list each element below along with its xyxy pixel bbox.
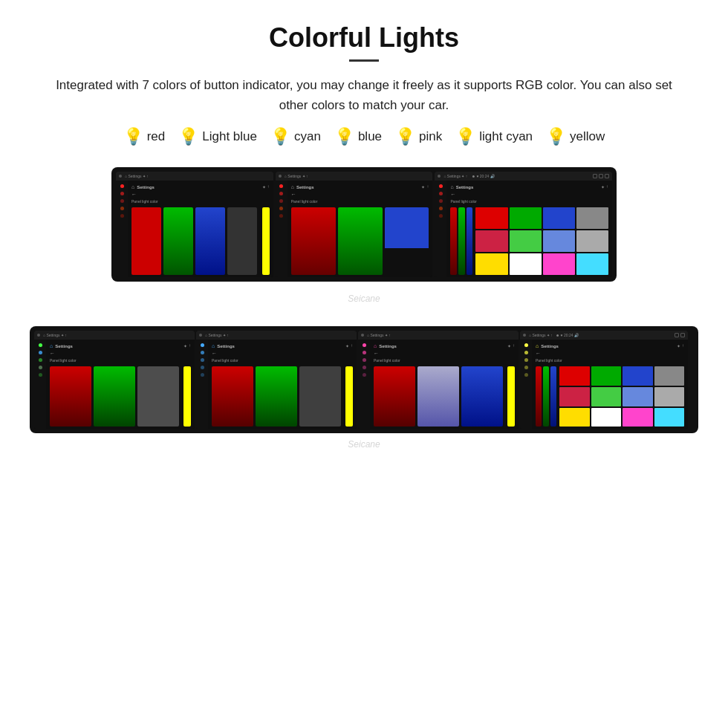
screen3-panel-label: Panel light color — [450, 199, 608, 204]
description-text: Integrated with 7 colors of button indic… — [30, 75, 698, 115]
legend-cyan-label: cyan — [294, 129, 321, 144]
watermark-bottom: Seicane — [30, 439, 698, 450]
bottom-screen-1: ⌂ Settings ✦ ↑ ⌂ Settings ✦↑ — [34, 331, 195, 429]
legend-yellow: 💡 yellow — [546, 129, 605, 145]
screen2-panel-label: Panel light color — [291, 199, 429, 204]
screen1-panel-label: Panel light color — [131, 199, 270, 204]
top-screen-3: ⌂ Settings ✦ ↑ ☻ ♥ 20:24 🔊 — [435, 172, 612, 277]
legend-red-label: red — [147, 129, 166, 144]
bottom-screen-3: ⌂ Settings ✦ ↑ ⌂ Settings ✦↑ — [358, 331, 519, 429]
legend-light-cyan: 💡 light cyan — [455, 129, 533, 145]
legend-cyan: 💡 cyan — [270, 129, 321, 145]
screen2-settings-label: Settings — [296, 185, 314, 189]
top-screen-2: ⌂ Settings ✦ ↑ ⌂ Settings ✦↑ — [276, 172, 433, 277]
page-title: Colorful Lights — [30, 22, 698, 54]
bottom-screen-4: ⌂ Settings ✦ ↑ ☻ ♥ 20:24 🔊 — [520, 331, 688, 429]
pink-bulb-icon: 💡 — [395, 129, 415, 145]
bottom-screen-2: ⌂ Settings ✦ ↑ ⌂ Settings ✦↑ — [196, 331, 357, 429]
title-divider — [349, 59, 379, 62]
legend-light-blue-label: Light blue — [202, 129, 257, 144]
blue-bulb-icon: 💡 — [334, 129, 354, 145]
top-screens-container: ⌂ Settings ✦ ↑ ⌂ Settings ✦↑ — [111, 167, 617, 282]
legend-blue: 💡 blue — [334, 129, 382, 145]
legend-pink: 💡 pink — [395, 129, 442, 145]
legend-pink-label: pink — [419, 129, 442, 144]
watermark-top: Seicane — [30, 294, 698, 304]
screen1-settings-label: Settings — [137, 185, 155, 189]
light-blue-bulb-icon: 💡 — [178, 129, 198, 145]
cyan-bulb-icon: 💡 — [270, 129, 290, 145]
legend-light-cyan-label: light cyan — [479, 129, 533, 144]
screen3-settings-label: Settings — [456, 185, 474, 189]
yellow-bulb-icon: 💡 — [546, 129, 566, 145]
legend-light-blue: 💡 Light blue — [178, 129, 257, 145]
light-cyan-bulb-icon: 💡 — [455, 129, 475, 145]
legend-yellow-label: yellow — [570, 129, 605, 144]
color-legend: 💡 red 💡 Light blue 💡 cyan 💡 blue 💡 pink … — [30, 129, 698, 145]
legend-red: 💡 red — [123, 129, 166, 145]
legend-blue-label: blue — [358, 129, 382, 144]
top-screen-1: ⌂ Settings ✦ ↑ ⌂ Settings ✦↑ — [116, 172, 273, 277]
red-bulb-icon: 💡 — [123, 129, 143, 145]
bottom-screens-container: ⌂ Settings ✦ ↑ ⌂ Settings ✦↑ — [30, 326, 698, 433]
